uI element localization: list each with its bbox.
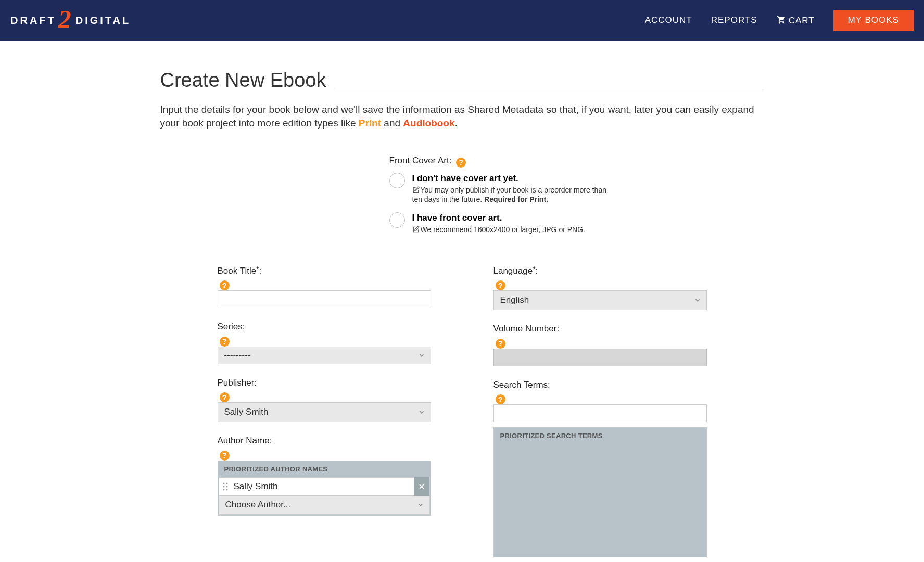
chevron-down-icon xyxy=(418,352,425,359)
help-icon[interactable]: ? xyxy=(456,158,466,168)
form-col-left: Book Title*: ? Series: ? --------- Publi… xyxy=(218,266,431,558)
group-author: Author Name: ? PRIORITIZED AUTHOR NAMES … xyxy=(218,436,431,516)
help-icon[interactable]: ? xyxy=(220,337,230,347)
radio-no-cover-text: I don't have cover art yet. You may only… xyxy=(412,173,608,204)
help-icon[interactable]: ? xyxy=(496,280,505,290)
nav-right: ACCOUNT REPORTS CART MY BOOKS xyxy=(645,10,914,31)
cover-art-label: Front Cover Art: xyxy=(389,156,452,165)
svg-point-4 xyxy=(223,489,224,490)
edit-note-icon xyxy=(412,186,420,194)
svg-point-3 xyxy=(226,486,227,487)
logo[interactable]: DRAFT 2 DIGITAL xyxy=(10,7,131,33)
book-title-input[interactable] xyxy=(218,290,431,308)
remove-author-button[interactable] xyxy=(414,477,429,496)
publisher-value: Sally Smith xyxy=(224,407,269,417)
form-col-right: Language*: ? English Volume Number: ? Se… xyxy=(493,266,707,558)
radio-no-cover[interactable] xyxy=(389,173,405,188)
book-title-label: Book Title*: xyxy=(218,266,431,276)
language-select[interactable]: English xyxy=(493,290,707,310)
author-chip[interactable]: Sally Smith xyxy=(219,477,430,496)
language-label: Language*: xyxy=(493,266,707,276)
help-icon[interactable]: ? xyxy=(220,280,230,290)
edit-note-icon xyxy=(412,226,420,233)
search-terms-panel: PRIORITIZED SEARCH TERMS xyxy=(493,427,707,557)
radio-has-cover-text: I have front cover art. We recommend 160… xyxy=(412,212,585,234)
title-row: Create New Ebook xyxy=(160,69,764,94)
cover-option-no-art[interactable]: I don't have cover art yet. You may only… xyxy=(389,173,608,204)
author-panel-header: PRIORITIZED AUTHOR NAMES xyxy=(218,461,431,477)
svg-point-5 xyxy=(226,489,227,490)
radio-no-cover-note-b: Required for Print. xyxy=(484,195,548,203)
publisher-select[interactable]: Sally Smith xyxy=(218,402,431,422)
search-terms-input[interactable] xyxy=(493,404,707,422)
choose-author-label: Choose Author... xyxy=(225,500,291,510)
cover-art-section: Front Cover Art: ? I don't have cover ar… xyxy=(317,156,608,234)
nav-account[interactable]: ACCOUNT xyxy=(645,15,692,25)
group-language: Language*: ? English xyxy=(493,266,707,311)
group-search-terms: Search Terms: ? xyxy=(493,380,707,423)
nav-reports[interactable]: REPORTS xyxy=(711,15,757,25)
svg-point-2 xyxy=(223,486,224,487)
main-container: Create New Ebook Input the details for y… xyxy=(150,69,775,557)
series-value: --------- xyxy=(224,350,251,361)
radio-has-cover-title: I have front cover art. xyxy=(412,212,585,224)
volume-label: Volume Number: xyxy=(493,324,707,334)
help-icon[interactable]: ? xyxy=(220,392,230,402)
cart-label: CART xyxy=(789,16,815,25)
form-grid: Book Title*: ? Series: ? --------- Publi… xyxy=(160,266,764,558)
language-value: English xyxy=(500,295,529,305)
group-book-title: Book Title*: ? xyxy=(218,266,431,309)
group-volume: Volume Number: ? xyxy=(493,324,707,366)
drag-handle-icon[interactable] xyxy=(219,482,232,491)
radio-has-cover[interactable] xyxy=(389,212,405,228)
author-chip-label: Sally Smith xyxy=(232,481,414,492)
author-panel: PRIORITIZED AUTHOR NAMES Sally Smith Cho… xyxy=(218,461,431,516)
svg-point-1 xyxy=(226,482,227,484)
search-terms-label: Search Terms: xyxy=(493,380,707,390)
series-label: Series: xyxy=(218,322,431,332)
chevron-down-icon xyxy=(418,408,425,416)
intro-audiobook: Audiobook xyxy=(403,118,454,129)
group-publisher: Publisher: ? Sally Smith xyxy=(218,378,431,423)
my-books-button[interactable]: MY BOOKS xyxy=(833,10,914,31)
navbar: DRAFT 2 DIGITAL ACCOUNT REPORTS CART MY … xyxy=(0,0,924,41)
intro-print: Print xyxy=(359,118,381,129)
search-terms-panel-header: PRIORITIZED SEARCH TERMS xyxy=(494,428,706,444)
logo-text-right: DIGITAL xyxy=(75,15,131,27)
title-divider xyxy=(336,88,764,88)
logo-text-left: DRAFT xyxy=(10,15,56,27)
series-select[interactable]: --------- xyxy=(218,347,431,364)
help-icon[interactable]: ? xyxy=(220,451,230,461)
cover-option-has-art[interactable]: I have front cover art. We recommend 160… xyxy=(389,212,608,234)
chevron-down-icon xyxy=(417,501,424,508)
svg-point-0 xyxy=(223,482,224,484)
choose-author-select[interactable]: Choose Author... xyxy=(219,496,430,515)
volume-input-disabled xyxy=(493,349,707,366)
radio-has-cover-note: We recommend 1600x2400 or larger, JPG or… xyxy=(421,225,585,234)
publisher-label: Publisher: xyxy=(218,378,431,388)
nav-cart[interactable]: CART xyxy=(776,15,815,26)
help-icon[interactable]: ? xyxy=(496,394,505,404)
intro-and: and xyxy=(381,118,403,129)
logo-2-icon: 2 xyxy=(58,6,73,32)
cart-icon xyxy=(776,15,787,24)
radio-no-cover-title: I don't have cover art yet. xyxy=(412,173,608,184)
help-icon[interactable]: ? xyxy=(496,339,505,349)
intro-end: . xyxy=(455,118,458,129)
author-label: Author Name: xyxy=(218,436,431,446)
chevron-down-icon xyxy=(694,297,701,304)
group-series: Series: ? --------- xyxy=(218,322,431,364)
intro-text: Input the details for your book below an… xyxy=(160,103,764,130)
page-title: Create New Ebook xyxy=(160,69,326,92)
